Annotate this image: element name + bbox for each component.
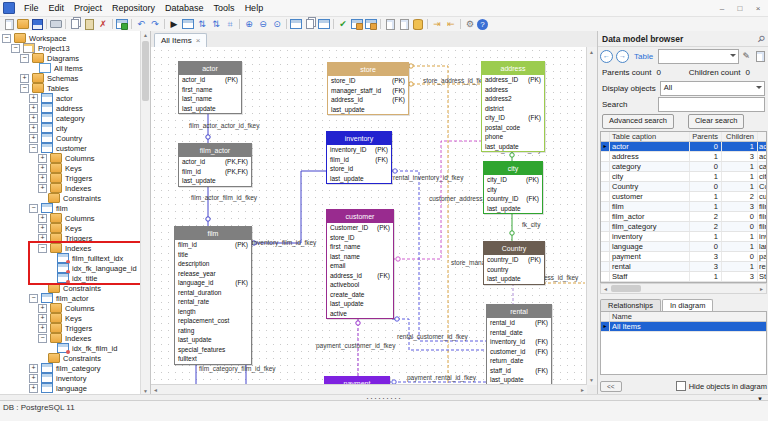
tree-item-schemas[interactable]: +Schemas [0, 73, 141, 83]
table-row-actor[interactable]: ▸actor01actor [601, 142, 766, 152]
expand-icon[interactable]: + [20, 74, 29, 83]
tab-relationships[interactable]: Relationships [600, 299, 661, 311]
tree-item-indexes[interactable]: −Indexes [0, 243, 141, 253]
expand-icon[interactable]: + [29, 374, 38, 383]
table-select-combo[interactable] [658, 49, 739, 64]
display-objects-combo[interactable]: All [660, 81, 765, 96]
scroll-down-icon[interactable]: ▼ [589, 377, 594, 383]
redo-icon[interactable]: ↷ [148, 18, 162, 30]
tree-item-idx_title[interactable]: idx_title [0, 273, 141, 283]
menu-repository[interactable]: Repository [107, 3, 160, 13]
menu-database[interactable]: Database [160, 3, 209, 13]
table-row-film_category[interactable]: film_category20film_category [601, 222, 766, 232]
table-row-language[interactable]: language01language [601, 242, 766, 252]
entity-store[interactable]: storestore_ID(PK)manager_staff_id(FK)add… [327, 62, 409, 115]
scroll-left-icon[interactable]: ◄ [603, 286, 608, 292]
data-grid-icon[interactable] [317, 18, 331, 30]
expand-icon[interactable]: + [38, 174, 47, 183]
expand-icon[interactable]: + [38, 164, 47, 173]
column-header-name[interactable]: Name [610, 312, 766, 321]
sort-desc-icon[interactable]: ⇅ [209, 18, 223, 30]
tree-item-triggers[interactable]: +Triggers [0, 323, 141, 333]
tree-item-diagrams[interactable]: −Diagrams [0, 53, 141, 63]
tree-item-tables[interactable]: −Tables [0, 83, 141, 93]
scroll-left-icon[interactable]: ◄ [153, 387, 158, 393]
menu-file[interactable]: File [19, 3, 44, 13]
tree-vertical-scrollbar[interactable]: ▲ ▼ [140, 31, 150, 395]
tree-item-inventory[interactable]: +inventory [0, 373, 141, 383]
table-row-film[interactable]: film13film [601, 202, 766, 212]
zoom-icon[interactable]: ⊙ [270, 18, 284, 30]
collapse-icon[interactable]: − [29, 204, 38, 213]
entity-rental[interactable]: rentalrental_id(PK)rental_dateinventory_… [486, 304, 552, 385]
search-input[interactable] [658, 97, 765, 112]
close-button[interactable]: × [752, 4, 764, 13]
tree-item-indexes[interactable]: −Indexes [0, 333, 141, 343]
menu-project[interactable]: Project [69, 3, 107, 13]
tree-item-customer[interactable]: −customer [0, 143, 141, 153]
tree-item-triggers[interactable]: +Triggers [0, 233, 141, 243]
save-icon[interactable] [30, 18, 44, 30]
entity-film[interactable]: filmfilm_id(PK)titledescriptionrelease_y… [174, 226, 252, 365]
diagram-pages-icon[interactable] [303, 18, 317, 30]
expand-icon[interactable]: + [38, 304, 47, 313]
hide-objects-checkbox[interactable] [676, 381, 686, 391]
save-tables-icon[interactable] [364, 18, 378, 30]
expand-icon[interactable]: + [38, 214, 47, 223]
scroll-right-icon[interactable]: ► [580, 387, 585, 393]
tree-item-idx_fk_film_id[interactable]: idx_fk_film_id [0, 343, 141, 353]
zoom-out-icon[interactable]: ⊖ [256, 18, 270, 30]
zoom-in-icon[interactable]: ⊕ [242, 18, 256, 30]
settings-icon[interactable]: ⚙ [463, 18, 477, 30]
add-table-icon[interactable] [115, 18, 129, 30]
expand-icon[interactable]: + [38, 234, 47, 243]
tree-item-all-items[interactable]: All Items [0, 63, 141, 73]
export-icon[interactable]: ⇤ [444, 18, 458, 30]
tab-in-diagram[interactable]: In diagram [662, 299, 713, 311]
nav-forward-button[interactable]: → [616, 50, 629, 63]
relationships-icon[interactable]: ⌗ [223, 18, 237, 30]
collapse-icon[interactable]: − [20, 84, 29, 93]
tree-item-columns[interactable]: +Columns [0, 213, 141, 223]
advanced-search-button[interactable]: Advanced search [602, 114, 674, 129]
table-row-inventory[interactable]: inventory11inventory [601, 232, 766, 242]
expand-icon[interactable]: + [38, 324, 47, 333]
table-row-Staff[interactable]: Staff13Staff [601, 272, 766, 282]
sort-asc-icon[interactable]: ⇅ [195, 18, 209, 30]
expand-icon[interactable]: + [38, 154, 47, 163]
table-row-customer[interactable]: customer12customer [601, 192, 766, 202]
tree-item-columns[interactable]: +Columns [0, 303, 141, 313]
relationship-line[interactable] [250, 171, 326, 243]
expand-icon[interactable]: + [38, 314, 47, 323]
collapse-icon[interactable]: − [29, 294, 38, 303]
entity-address[interactable]: addressaddress_ID(PK)addressaddress2dist… [481, 61, 545, 152]
table-mode-icon[interactable] [181, 18, 195, 30]
table-row-Country[interactable]: Country01Country [601, 182, 766, 192]
tree-item-address[interactable]: +address [0, 103, 141, 113]
tree-item-indexes[interactable]: +Indexes [0, 183, 141, 193]
open-in-editor-icon[interactable] [753, 50, 767, 62]
print-icon[interactable] [49, 18, 63, 30]
collapse-icon[interactable]: − [11, 44, 20, 53]
collapse-icon[interactable]: − [29, 144, 38, 153]
entity-city[interactable]: citycity_ID(PK)citycountry_ID(FK)last_up… [483, 161, 543, 214]
databases-icon[interactable] [411, 18, 425, 30]
tree-item-film[interactable]: −film [0, 203, 141, 213]
tree-item-columns[interactable]: +Columns [0, 153, 141, 163]
tree-item-actor[interactable]: +actor [0, 93, 141, 103]
delete-icon[interactable]: ✗ [96, 18, 110, 30]
collapse-icon[interactable]: − [20, 54, 29, 63]
undo-icon[interactable]: ↶ [134, 18, 148, 30]
entity-customer[interactable]: customerCustomer_ID(PK)store_IDfirst_nam… [326, 209, 394, 319]
tree-item-constraints[interactable]: Constraints [0, 193, 141, 203]
scroll-up-icon[interactable]: ▲ [141, 32, 150, 38]
validate-icon[interactable]: ✔ [336, 18, 350, 30]
expand-icon[interactable]: + [38, 184, 47, 193]
expand-icon[interactable]: + [29, 114, 38, 123]
tree-item-idx_fk_language_id[interactable]: idx_fk_language_id [0, 263, 141, 273]
expand-icon[interactable]: + [29, 124, 38, 133]
table-row-city[interactable]: city11city [601, 172, 766, 182]
diagram-canvas[interactable]: film_actor_actor_id_fkeyfilm_actor_film_… [151, 47, 587, 385]
expand-icon[interactable]: + [29, 94, 38, 103]
collapse-icon[interactable]: − [2, 34, 11, 43]
